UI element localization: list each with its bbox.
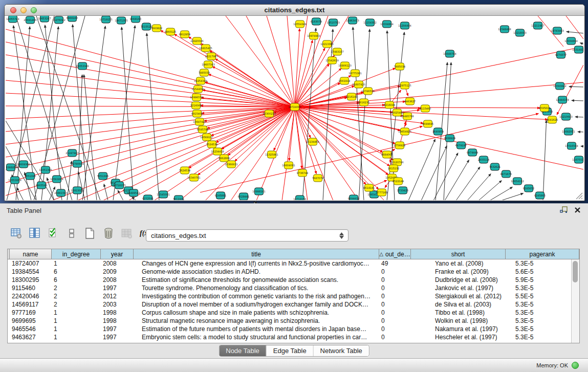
teal-node[interactable]: 9245861 [215,192,226,199]
cell-title[interactable]: Disruption of a novel member of a sodium… [134,300,379,309]
cell-title[interactable]: Investigating the contribution of common… [134,292,379,300]
cell-short[interactable]: Dudbridge et al. (2008) [411,276,506,284]
yellow-node[interactable]: 7485034 [394,63,405,70]
memory-ok-led-icon[interactable] [572,362,579,369]
cell-out_degree[interactable]: 0 [379,333,411,341]
yellow-node[interactable]: 15542619 [325,57,338,64]
cell-name[interactable]: 22420046 [10,292,52,300]
teal-node[interactable]: 8471676 [500,170,512,178]
teal-node[interactable]: 14671355 [115,17,127,24]
yellow-node[interactable]: 17483107 [331,48,343,55]
close-button[interactable] [10,7,16,13]
table-row[interactable]: 977716911998Corpus callosum shape and si… [8,309,579,317]
yellow-node[interactable]: 9915409 [191,110,203,117]
cell-pagerank[interactable]: 5.3E-5 [506,317,579,325]
table-row[interactable]: 1456911722003Disruption of a novel membe… [8,300,579,309]
cell-year[interactable]: 1998 [101,309,134,317]
cell-short[interactable]: Franke et al. (2009) [411,268,506,276]
yellow-node[interactable]: 9699695 [422,120,433,127]
yellow-node[interactable]: 10974993 [307,32,320,39]
cell-title[interactable]: Tourette syndrome. Phenomenology and cla… [134,284,379,292]
table-row[interactable]: 946362711997Embryonic stem cells: a mode… [8,333,579,341]
yellow-node[interactable]: 9614141 [363,184,375,191]
teal-node[interactable]: 21247447 [66,149,78,157]
teal-node[interactable]: 16314874 [572,46,583,53]
teal-node[interactable]: 15051395 [39,166,52,173]
column-header-short[interactable]: short [411,249,506,259]
table-row[interactable]: 911546021997Tourette syndrome. Phenomeno… [8,284,579,292]
cell-in_degree[interactable]: 6 [52,276,101,284]
teal-node[interactable]: 9274377 [555,51,567,58]
teal-node[interactable]: 12211987 [531,22,544,29]
teal-node[interactable]: 23366814 [6,164,17,171]
teal-node[interactable]: 8938924 [444,135,455,142]
teal-node[interactable]: 10553819 [8,177,21,184]
yellow-node[interactable]: 1641626 [547,116,558,123]
teal-node[interactable]: 10654112 [511,178,524,185]
teal-node[interactable]: 6479197 [455,142,467,149]
teal-node[interactable]: 9694419 [348,195,359,200]
cell-name[interactable]: 19384554 [10,268,52,276]
cell-in_degree[interactable]: 1 [52,333,101,341]
teal-node[interactable]: 10563814 [50,176,63,183]
teal-node[interactable]: 12790609 [71,160,83,167]
yellow-node[interactable]: 11544091 [191,85,204,93]
cell-title[interactable]: Estimation of the future numbers of pati… [134,325,379,333]
cell-year[interactable]: 1997 [101,325,134,333]
cell-out_degree[interactable]: 0 [379,309,411,317]
teal-node[interactable]: 11294494 [398,22,411,29]
yellow-node[interactable]: 7687074 [312,174,323,182]
cell-year[interactable]: 1997 [101,284,134,292]
cell-in_degree[interactable]: 1 [52,325,101,333]
cell-pagerank[interactable]: 5.3E-5 [506,259,579,268]
teal-node[interactable]: 2933114 [478,156,489,163]
cell-name[interactable]: 9465546 [10,325,52,333]
cell-title[interactable]: Changes of HCN gene expression and I(f) … [134,259,379,268]
yellow-node[interactable]: 9463627 [404,98,416,105]
column-header-in-degree[interactable]: in_degree [52,249,101,259]
cell-out_degree[interactable]: 0 [379,325,411,333]
float-panel-icon[interactable] [560,206,568,214]
cell-short[interactable]: Wolkin et al. (1998) [411,317,506,325]
yellow-node[interactable]: 2522144 [393,178,404,185]
yellow-node[interactable]: 3216149 [346,93,357,100]
teal-node[interactable]: 12934894 [564,37,577,45]
teal-node[interactable]: 11675533 [572,156,583,163]
clear-selection-icon[interactable] [64,226,78,240]
new-column-icon[interactable] [83,226,97,240]
yellow-node[interactable]: 12554349 [293,20,306,28]
teal-node[interactable]: 16648784 [443,50,456,57]
cell-year[interactable]: 1997 [101,333,134,341]
yellow-node[interactable]: 7624534 [179,167,190,174]
teal-node[interactable]: 10719156 [293,195,306,200]
cell-short[interactable]: Jankovic et al. (1997) [411,284,506,292]
window-titlebar[interactable]: citations_edges.txt [5,5,584,16]
yellow-node[interactable]: 12213383 [320,40,333,48]
cell-year[interactable]: 2008 [101,259,134,268]
column-header-title[interactable]: title [134,249,379,259]
teal-node[interactable]: 16210643 [559,113,572,120]
teal-node[interactable]: 7912481 [173,195,184,200]
table-row[interactable]: 1938455462009Genome-wide association stu… [8,268,579,276]
teal-node[interactable]: 10998141 [252,188,265,195]
cell-out_degree[interactable]: 0 [379,268,411,276]
column-header-year[interactable]: year [101,249,134,259]
yellow-node[interactable]: 16806123 [338,62,351,69]
table-row[interactable]: 969969511998Structural magnetic resonanc… [8,317,579,325]
select-all-check-icon[interactable] [46,226,60,240]
cell-year[interactable]: 2009 [101,268,134,276]
yellow-node[interactable]: 1595819 [539,104,550,112]
yellow-node[interactable]: 7663822 [151,25,162,32]
scrollbar-thumb[interactable] [573,261,578,282]
teal-node[interactable]: 9465546 [36,182,47,189]
cell-pagerank[interactable]: 5.3E-5 [506,300,579,309]
cell-year[interactable]: 2012 [101,292,134,300]
cell-out_degree[interactable]: 0 [379,317,411,325]
table-scrollbar[interactable] [571,259,579,343]
table-selector-dropdown[interactable]: citations_edges.txt [146,229,349,242]
cell-in_degree[interactable]: 1 [52,317,101,325]
cell-in_degree[interactable]: 1 [52,309,101,317]
cell-name[interactable]: 9777169 [10,309,52,317]
teal-node[interactable]: 20691406 [24,16,36,24]
yellow-node[interactable]: 15340781 [187,174,200,181]
